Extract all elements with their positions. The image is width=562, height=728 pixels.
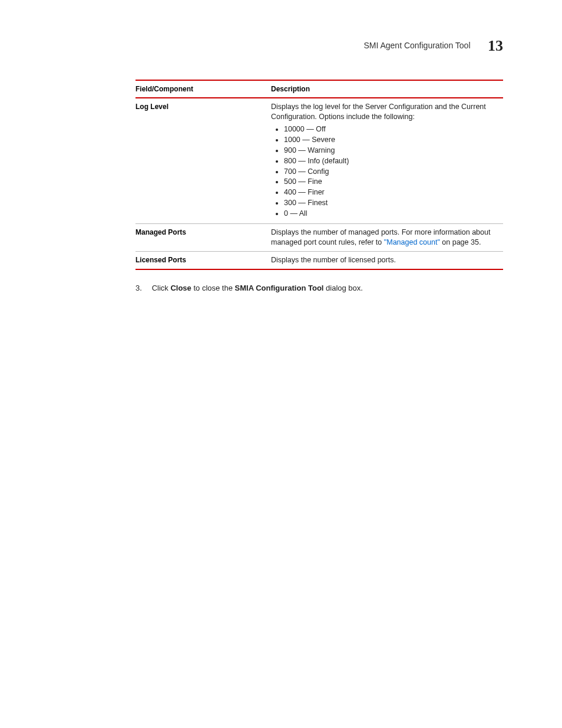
page-header: SMI Agent Configuration Tool 13 <box>59 35 503 56</box>
step-bold-close: Close <box>170 284 191 292</box>
th-field: Field/Component <box>135 80 271 98</box>
table-row: Licensed Ports Displays the number of li… <box>135 251 503 269</box>
managed-post: on page 35. <box>440 238 481 246</box>
list-item: 1000 — Severe <box>284 135 501 145</box>
step-number: 3. <box>135 283 150 294</box>
list-item: 500 — Fine <box>284 177 501 187</box>
chapter-number: 13 <box>488 35 503 56</box>
step-text-post: dialog box. <box>323 284 363 292</box>
main-content: Field/Component Description Log Level Di… <box>135 80 503 293</box>
cell-desc: Displays the number of managed ports. Fo… <box>271 223 503 251</box>
list-item: 700 — Config <box>284 167 501 177</box>
cell-desc: Displays the number of licensed ports. <box>271 251 503 269</box>
list-item: 800 — Info (default) <box>284 156 501 166</box>
cell-desc: Displays the log level for the Server Co… <box>271 98 503 223</box>
managed-count-link[interactable]: "Managed count" <box>384 238 440 246</box>
instruction-step: 3. Click Close to close the SMIA Configu… <box>135 283 503 294</box>
table-row: Managed Ports Displays the number of man… <box>135 223 503 251</box>
list-item: 0 — All <box>284 209 501 219</box>
table-header-row: Field/Component Description <box>135 80 503 98</box>
reference-table: Field/Component Description Log Level Di… <box>135 80 503 269</box>
list-item: 10000 — Off <box>284 124 501 134</box>
cell-field: Log Level <box>135 98 271 223</box>
loglevel-intro: Displays the log level for the Server Co… <box>271 103 486 121</box>
step-text-pre: Click <box>152 284 171 292</box>
th-desc: Description <box>271 80 503 98</box>
list-item: 400 — Finer <box>284 187 501 197</box>
list-item: 300 — Finest <box>284 198 501 208</box>
step-bold-tool: SMIA Configuration Tool <box>235 284 324 292</box>
loglevel-list: 10000 — Off 1000 — Severe 900 — Warning … <box>271 124 501 219</box>
header-title: SMI Agent Configuration Tool <box>363 40 470 51</box>
cell-field: Licensed Ports <box>135 251 271 269</box>
step-text-mid: to close the <box>191 284 235 292</box>
table-row: Log Level Displays the log level for the… <box>135 98 503 223</box>
list-item: 900 — Warning <box>284 146 501 156</box>
document-page: SMI Agent Configuration Tool 13 Field/Co… <box>0 0 562 728</box>
cell-field: Managed Ports <box>135 223 271 251</box>
